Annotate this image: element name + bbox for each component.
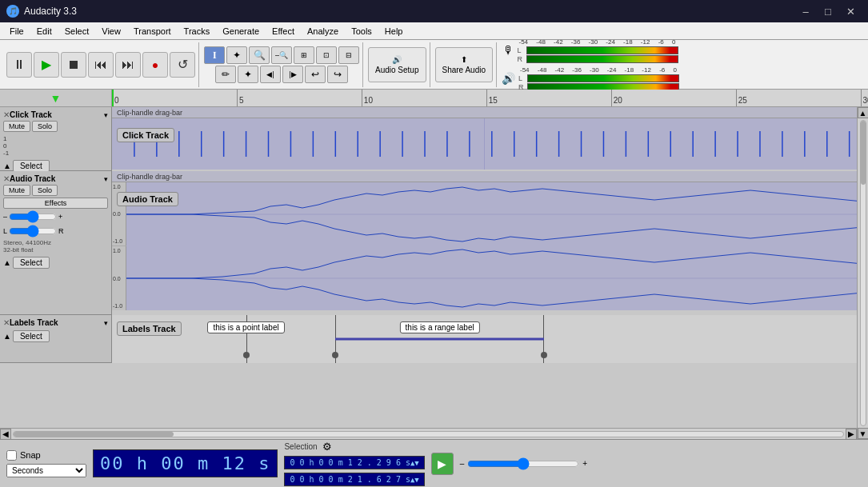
sel-time2-arrow[interactable]: ▲▼ (410, 476, 419, 484)
audio-setup-button[interactable]: 🔊 Audio Setup (368, 47, 426, 82)
input-meter-row: 🎙 -54-48-42-36-30-24-18-12-60 L R (503, 38, 678, 63)
audio-track-close[interactable]: ✕ (3, 174, 10, 183)
vscroll-top-button[interactable]: ▲ (858, 107, 869, 118)
vertical-scrollbar: ▲ ▼ (857, 107, 868, 439)
click-track-dropdown[interactable]: ▾ (104, 111, 108, 119)
labels-track-dropdown[interactable]: ▾ (104, 319, 108, 327)
zoom-out2-tool[interactable]: ⊟ (338, 46, 359, 64)
menu-help[interactable]: Help (378, 25, 410, 38)
pan-row: L R (3, 225, 108, 238)
audio-mute-button[interactable]: Mute (3, 185, 30, 196)
labels-track-body: Labels Track this is a point label (112, 315, 857, 363)
envelope-tool[interactable]: ✦ (226, 46, 247, 64)
audio-track-bottom-channel: 1.00.0-1.0 (112, 246, 857, 310)
audio-track-dropdown[interactable]: ▾ (104, 175, 108, 183)
main-content: ✕ Click Track ▾ Mute Solo 1 0 -1 (0, 107, 868, 487)
selection-settings-icon[interactable]: ⚙ (322, 441, 332, 453)
menu-transport[interactable]: Transport (127, 25, 178, 38)
seconds-select[interactable]: Seconds (6, 464, 86, 477)
audio-solo-button[interactable]: Solo (32, 185, 58, 196)
menu-tools[interactable]: Tools (345, 25, 378, 38)
minimize-button[interactable]: – (794, 0, 817, 22)
click-clip-drag-bar[interactable]: Clip-handle drag-bar (112, 107, 857, 118)
click-track-title-row: ✕ Click Track ▾ (3, 110, 108, 119)
menu-view[interactable]: View (95, 25, 127, 38)
select-tool[interactable]: 𝐈 (204, 46, 225, 64)
stop-button[interactable]: ⏹ (61, 52, 86, 78)
hscroll-left-button[interactable]: ◀ (0, 429, 11, 440)
speed-slider[interactable] (467, 457, 579, 470)
audio-setup-icon: 🔊 (392, 55, 402, 64)
audio-clip-drag-bar[interactable]: Clip-handle drag-bar (112, 171, 857, 182)
play-small-button[interactable]: ▶ (431, 453, 454, 475)
play-button[interactable]: ▶ (34, 52, 59, 78)
audio-track-controls: ✕ Audio Track ▾ Mute Solo Effects – + (0, 171, 112, 314)
share-audio-button[interactable]: ⬆ Share Audio (435, 47, 494, 82)
tracks-main: ✕ Click Track ▾ Mute Solo 1 0 -1 (0, 107, 857, 439)
share-audio-icon: ⬆ (461, 55, 467, 64)
labels-track-close[interactable]: ✕ (3, 318, 10, 327)
fit-tool[interactable]: ⊡ (316, 46, 337, 64)
labels-arrow-up[interactable]: ▲ (3, 332, 11, 341)
click-track-close[interactable]: ✕ (3, 110, 10, 119)
zoom-in-tool[interactable]: 🔍 (249, 46, 270, 64)
click-select-button[interactable]: Select (13, 160, 50, 172)
menu-effect[interactable]: Effect (266, 25, 301, 38)
ruler-tick-15: 15 (486, 90, 498, 106)
audio-select-button[interactable]: Select (13, 257, 50, 269)
click-solo-button[interactable]: Solo (32, 121, 58, 132)
toolbar: ⏸ ▶ ⏹ ⏮ ⏭ ● ↺ 𝐈 ✦ 🔍 –🔍 ⊞ ⊡ ⊟ ✏ ✦ ◀| |▶ ↩… (0, 40, 868, 90)
skip-start-button[interactable]: ⏮ (88, 52, 114, 78)
menu-tracks[interactable]: Tracks (178, 25, 217, 38)
trim-left-tool[interactable]: ◀| (260, 66, 281, 83)
trim-right-tool[interactable]: |▶ (282, 66, 303, 83)
speaker-icon: 🔊 (502, 72, 515, 85)
sel-time1-arrow[interactable]: ▲▼ (410, 459, 419, 467)
tools-row2: ✏ ✦ ◀| |▶ ↩ ↪ (215, 66, 348, 83)
skip-end-button[interactable]: ⏭ (115, 52, 141, 78)
titlebar: 🎵 Audacity 3.3 – □ ✕ (0, 0, 868, 22)
vscroll-bottom-button[interactable]: ▼ (858, 428, 869, 439)
close-button[interactable]: ✕ (839, 0, 862, 22)
click-mute-button[interactable]: Mute (3, 121, 30, 132)
zoom-out-tool[interactable]: –🔍 (271, 46, 292, 64)
hscroll-thumb[interactable] (14, 432, 174, 437)
bottombar: Snap Seconds 00 h 00 m 12 s Selection ⚙ … (0, 439, 868, 487)
tracks-with-scroll: ✕ Click Track ▾ Mute Solo 1 0 -1 (0, 107, 868, 439)
audio-section: 🔊 Audio Setup (365, 42, 430, 87)
redo-tool[interactable]: ↪ (327, 66, 348, 83)
audio-arrow-up[interactable]: ▲ (3, 258, 11, 267)
labels-track-content: Labels Track this is a point label (112, 315, 857, 363)
menu-select[interactable]: Select (58, 25, 96, 38)
pan-slider[interactable] (9, 225, 57, 238)
snap-checkbox[interactable] (6, 450, 17, 461)
labels-select-button[interactable]: Select (13, 330, 50, 342)
menu-file[interactable]: File (3, 25, 30, 38)
multi-tool[interactable]: ✦ (238, 66, 258, 83)
click-arrow-up[interactable]: ▲ (3, 162, 11, 170)
vscroll-track (860, 120, 866, 426)
ruler-left-pad: ▼ (0, 90, 112, 106)
gain-row: – + (3, 210, 108, 223)
range-end-dot (541, 352, 547, 358)
maximize-button[interactable]: □ (817, 0, 839, 22)
speed-row: – + (460, 457, 587, 470)
hscroll-right-button[interactable]: ▶ (846, 429, 857, 440)
menu-analyze[interactable]: Analyze (301, 25, 345, 38)
fit-sel-tool[interactable]: ⊞ (294, 46, 314, 64)
vscroll-thumb[interactable] (861, 121, 866, 185)
mic-icon: 🎙 (503, 44, 514, 57)
draw-tool[interactable]: ✏ (215, 66, 236, 83)
timeline-ruler: ▼ 0 5 10 15 20 25 30 (0, 90, 868, 107)
click-track-buttons: Mute Solo (3, 121, 108, 132)
click-track-name: Click Track (10, 110, 104, 119)
menu-generate[interactable]: Generate (216, 25, 266, 38)
effects-button[interactable]: Effects (3, 198, 108, 209)
pause-button[interactable]: ⏸ (6, 52, 32, 78)
menubar: File Edit Select View Transport Tracks G… (0, 22, 868, 40)
menu-edit[interactable]: Edit (30, 25, 58, 38)
gain-slider[interactable] (9, 210, 57, 223)
loop-button[interactable]: ↺ (170, 52, 195, 78)
undo-tool[interactable]: ↩ (305, 66, 326, 83)
record-button[interactable]: ● (142, 52, 168, 78)
